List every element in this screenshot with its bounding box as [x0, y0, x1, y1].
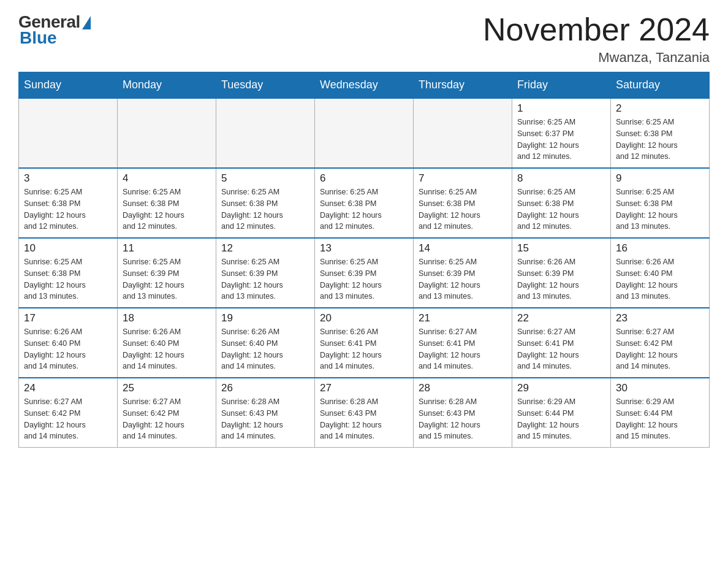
day-number: 10: [24, 242, 112, 255]
day-number: 22: [517, 312, 605, 324]
day-number: 7: [419, 172, 507, 185]
day-number: 24: [24, 382, 112, 394]
day-info: Sunrise: 6:25 AMSunset: 6:39 PMDaylight:…: [419, 256, 507, 302]
day-number: 9: [616, 172, 704, 185]
calendar-day-cell: 10Sunrise: 6:25 AMSunset: 6:38 PMDayligh…: [19, 238, 118, 308]
calendar-day-cell: 17Sunrise: 6:26 AMSunset: 6:40 PMDayligh…: [19, 308, 118, 378]
day-info: Sunrise: 6:26 AMSunset: 6:39 PMDaylight:…: [517, 256, 605, 302]
calendar-day-header: Monday: [118, 72, 216, 99]
day-number: 18: [123, 312, 211, 324]
day-info: Sunrise: 6:25 AMSunset: 6:37 PMDaylight:…: [517, 117, 605, 163]
day-info: Sunrise: 6:26 AMSunset: 6:40 PMDaylight:…: [24, 326, 112, 372]
day-info: Sunrise: 6:26 AMSunset: 6:40 PMDaylight:…: [616, 256, 704, 302]
day-info: Sunrise: 6:28 AMSunset: 6:43 PMDaylight:…: [320, 396, 408, 442]
calendar-day-cell: 20Sunrise: 6:26 AMSunset: 6:41 PMDayligh…: [315, 308, 414, 378]
day-number: 17: [24, 312, 112, 324]
calendar-week-row: 1Sunrise: 6:25 AMSunset: 6:37 PMDaylight…: [19, 98, 710, 168]
day-number: 1: [517, 102, 605, 115]
calendar-day-cell: 19Sunrise: 6:26 AMSunset: 6:40 PMDayligh…: [216, 308, 315, 378]
day-number: 19: [221, 312, 309, 324]
day-info: Sunrise: 6:27 AMSunset: 6:42 PMDaylight:…: [24, 396, 112, 442]
day-info: Sunrise: 6:27 AMSunset: 6:42 PMDaylight:…: [123, 396, 211, 442]
day-info: Sunrise: 6:27 AMSunset: 6:41 PMDaylight:…: [419, 326, 507, 372]
day-number: 2: [616, 102, 704, 115]
calendar-day-cell: [414, 98, 512, 168]
day-number: 28: [419, 382, 507, 394]
calendar-day-cell: 5Sunrise: 6:25 AMSunset: 6:38 PMDaylight…: [216, 168, 315, 238]
day-info: Sunrise: 6:25 AMSunset: 6:38 PMDaylight:…: [123, 186, 211, 232]
calendar-day-cell: 16Sunrise: 6:26 AMSunset: 6:40 PMDayligh…: [611, 238, 710, 308]
calendar-day-cell: 29Sunrise: 6:29 AMSunset: 6:44 PMDayligh…: [512, 378, 611, 448]
day-number: 21: [419, 312, 507, 324]
day-info: Sunrise: 6:27 AMSunset: 6:41 PMDaylight:…: [517, 326, 605, 372]
calendar-day-cell: [216, 98, 315, 168]
calendar-week-row: 10Sunrise: 6:25 AMSunset: 6:38 PMDayligh…: [19, 238, 710, 308]
calendar-week-row: 17Sunrise: 6:26 AMSunset: 6:40 PMDayligh…: [19, 308, 710, 378]
calendar-day-cell: 26Sunrise: 6:28 AMSunset: 6:43 PMDayligh…: [216, 378, 315, 448]
day-info: Sunrise: 6:25 AMSunset: 6:38 PMDaylight:…: [24, 256, 112, 302]
logo-blue-text: Blue: [20, 28, 57, 48]
logo: General Blue: [18, 12, 91, 48]
calendar-day-header: Wednesday: [315, 72, 414, 99]
day-number: 12: [221, 242, 309, 255]
day-number: 6: [320, 172, 408, 185]
calendar-day-cell: 27Sunrise: 6:28 AMSunset: 6:43 PMDayligh…: [315, 378, 414, 448]
calendar-day-cell: 11Sunrise: 6:25 AMSunset: 6:39 PMDayligh…: [118, 238, 216, 308]
calendar-day-cell: 3Sunrise: 6:25 AMSunset: 6:38 PMDaylight…: [19, 168, 118, 238]
day-info: Sunrise: 6:25 AMSunset: 6:39 PMDaylight:…: [221, 256, 309, 302]
calendar-day-header: Sunday: [19, 72, 118, 99]
day-number: 4: [123, 172, 211, 185]
day-number: 27: [320, 382, 408, 394]
day-number: 8: [517, 172, 605, 185]
calendar-day-header: Tuesday: [216, 72, 315, 99]
calendar-day-cell: 15Sunrise: 6:26 AMSunset: 6:39 PMDayligh…: [512, 238, 611, 308]
calendar-day-cell: 30Sunrise: 6:29 AMSunset: 6:44 PMDayligh…: [611, 378, 710, 448]
day-info: Sunrise: 6:25 AMSunset: 6:38 PMDaylight:…: [517, 186, 605, 232]
day-info: Sunrise: 6:25 AMSunset: 6:39 PMDaylight:…: [320, 256, 408, 302]
day-number: 20: [320, 312, 408, 324]
day-info: Sunrise: 6:26 AMSunset: 6:41 PMDaylight:…: [320, 326, 408, 372]
day-info: Sunrise: 6:25 AMSunset: 6:38 PMDaylight:…: [616, 186, 704, 232]
day-number: 3: [24, 172, 112, 185]
day-info: Sunrise: 6:29 AMSunset: 6:44 PMDaylight:…: [517, 396, 605, 442]
calendar-day-cell: 21Sunrise: 6:27 AMSunset: 6:41 PMDayligh…: [414, 308, 512, 378]
day-info: Sunrise: 6:29 AMSunset: 6:44 PMDaylight:…: [616, 396, 704, 442]
calendar-day-cell: 6Sunrise: 6:25 AMSunset: 6:38 PMDaylight…: [315, 168, 414, 238]
calendar-day-cell: 2Sunrise: 6:25 AMSunset: 6:38 PMDaylight…: [611, 98, 710, 168]
day-info: Sunrise: 6:28 AMSunset: 6:43 PMDaylight:…: [419, 396, 507, 442]
calendar-day-cell: 7Sunrise: 6:25 AMSunset: 6:38 PMDaylight…: [414, 168, 512, 238]
day-info: Sunrise: 6:25 AMSunset: 6:39 PMDaylight:…: [123, 256, 211, 302]
calendar-day-cell: 18Sunrise: 6:26 AMSunset: 6:40 PMDayligh…: [118, 308, 216, 378]
logo-triangle-icon: [82, 16, 91, 29]
calendar-day-cell: 25Sunrise: 6:27 AMSunset: 6:42 PMDayligh…: [118, 378, 216, 448]
day-number: 14: [419, 242, 507, 255]
day-info: Sunrise: 6:25 AMSunset: 6:38 PMDaylight:…: [24, 186, 112, 232]
calendar-day-cell: 9Sunrise: 6:25 AMSunset: 6:38 PMDaylight…: [611, 168, 710, 238]
day-info: Sunrise: 6:25 AMSunset: 6:38 PMDaylight:…: [320, 186, 408, 232]
day-number: 23: [616, 312, 704, 324]
calendar-day-cell: 1Sunrise: 6:25 AMSunset: 6:37 PMDaylight…: [512, 98, 611, 168]
calendar-day-cell: [118, 98, 216, 168]
month-title: November 2024: [483, 12, 710, 47]
title-area: November 2024 Mwanza, Tanzania: [483, 12, 710, 66]
day-number: 15: [517, 242, 605, 255]
day-number: 16: [616, 242, 704, 255]
page-header: General Blue November 2024 Mwanza, Tanza…: [18, 12, 710, 66]
day-info: Sunrise: 6:26 AMSunset: 6:40 PMDaylight:…: [221, 326, 309, 372]
location-label: Mwanza, Tanzania: [483, 50, 710, 66]
day-number: 5: [221, 172, 309, 185]
calendar-day-header: Thursday: [414, 72, 512, 99]
calendar-day-cell: 13Sunrise: 6:25 AMSunset: 6:39 PMDayligh…: [315, 238, 414, 308]
calendar-day-cell: 4Sunrise: 6:25 AMSunset: 6:38 PMDaylight…: [118, 168, 216, 238]
calendar-day-cell: 12Sunrise: 6:25 AMSunset: 6:39 PMDayligh…: [216, 238, 315, 308]
calendar-day-cell: 24Sunrise: 6:27 AMSunset: 6:42 PMDayligh…: [19, 378, 118, 448]
calendar-header-row: SundayMondayTuesdayWednesdayThursdayFrid…: [19, 72, 710, 99]
calendar-day-cell: 14Sunrise: 6:25 AMSunset: 6:39 PMDayligh…: [414, 238, 512, 308]
day-number: 29: [517, 382, 605, 394]
day-number: 13: [320, 242, 408, 255]
calendar-week-row: 3Sunrise: 6:25 AMSunset: 6:38 PMDaylight…: [19, 168, 710, 238]
calendar-day-cell: [315, 98, 414, 168]
day-number: 26: [221, 382, 309, 394]
calendar-day-cell: 28Sunrise: 6:28 AMSunset: 6:43 PMDayligh…: [414, 378, 512, 448]
calendar-day-cell: 22Sunrise: 6:27 AMSunset: 6:41 PMDayligh…: [512, 308, 611, 378]
